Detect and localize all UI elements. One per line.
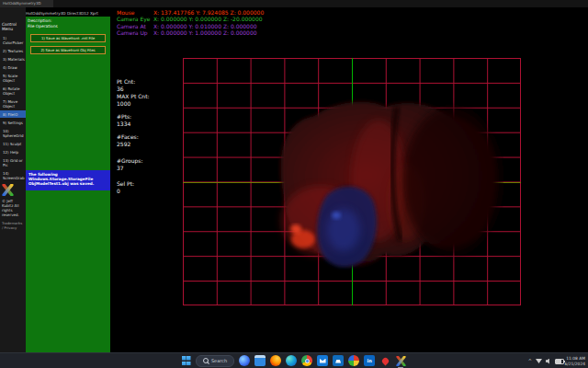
file-explorer-icon[interactable]: [254, 355, 266, 366]
sidebar-item-sculpt[interactable]: 11) Sculpt: [0, 140, 26, 147]
system-tray: ^: [528, 353, 564, 368]
stat-sel-pt-value: 0: [117, 188, 134, 195]
mouse-readout-coords: X: 137.417766 Y: 7.924085 Z: 0.000000: [153, 9, 264, 16]
taskbar-center-group: Search in: [0, 353, 588, 368]
camera-at-label: Camera At: [117, 23, 153, 29]
camera-at-coords: X: 0.000000 Y: 0.010000 Z: 0.000000: [153, 23, 257, 29]
hotoddsymmetry-app-icon[interactable]: [395, 355, 406, 366]
trademarks-privacy-links[interactable]: Trademarks / Privacy: [0, 218, 26, 233]
stat-pts-label: #Pts:: [117, 113, 131, 121]
pin-icon[interactable]: [379, 355, 390, 366]
taskbar-clock[interactable]: 11:08 AM 6/21/2024: [564, 356, 585, 366]
stat-pt-cnt: Pt Cnt: 36: [117, 78, 135, 93]
sidebar-item-materials[interactable]: 3) Materials: [0, 55, 26, 63]
camera-up-coords: X: 0.000000 Y: 1.000000 Z: 0.000000: [153, 29, 257, 36]
stat-pts: #Pts: 1334: [117, 113, 131, 128]
control-menu-rail: Control Menu 1) ColorPicker 2) Textures …: [0, 7, 26, 352]
sidebar-item-move-object[interactable]: 7) Move Object: [0, 98, 26, 109]
description-label: Description:: [26, 17, 110, 23]
stat-sel-pt-label: Sel Pt:: [117, 180, 134, 188]
sidebar-item-scale-object[interactable]: 5) Scale Object: [0, 72, 26, 84]
sidebar-item-textures[interactable]: 2) Textures: [0, 47, 26, 54]
edge-icon[interactable]: [286, 355, 297, 366]
sidebar-item-settings[interactable]: 9) Settings: [0, 119, 26, 126]
clock-date: 6/21/2024: [564, 362, 585, 367]
brand-x-logo-icon: [2, 184, 14, 196]
camera-eye-label: Camera Eye: [117, 16, 153, 22]
store-icon[interactable]: [333, 355, 344, 366]
windows-taskbar: Search in ^ 11:08: [0, 352, 588, 368]
sidebar-item-rotate-object[interactable]: 6) Rotate Object: [0, 85, 26, 97]
camera-up-readout: Camera UpX: 0.000000 Y: 1.000000 Z: 0.00…: [117, 29, 257, 36]
clock-time: 11:08 AM: [564, 356, 585, 362]
mouse-readout: MouseX: 137.417766 Y: 7.924085 Z: 0.0000…: [117, 9, 264, 16]
camera-at-readout: Camera AtX: 0.000000 Y: 0.010000 Z: 0.00…: [117, 23, 257, 29]
sidebar-item-help[interactable]: 12) Help: [0, 148, 26, 155]
stat-pt-cnt-label: Pt Cnt:: [117, 78, 135, 86]
app-x-glyph: [396, 356, 406, 366]
sidebar-item-colorpicker[interactable]: 1) ColorPicker: [0, 34, 26, 46]
mail-icon[interactable]: [317, 355, 328, 366]
copilot-icon[interactable]: [239, 355, 250, 366]
sidebar-item-screengrab[interactable]: 14) ScreenGrab: [0, 169, 26, 181]
stat-max-pt-cnt-value: 1000: [117, 100, 150, 108]
stat-groups: #Groups: 37: [117, 157, 142, 172]
save-obj-button[interactable]: 2) Save as Wavefront Obj Files: [30, 46, 106, 54]
stat-pt-cnt-value: 36: [117, 86, 135, 93]
wifi-icon[interactable]: [536, 359, 542, 363]
file-operations-label: File Operations: [26, 23, 110, 29]
chrome-icon[interactable]: [301, 355, 312, 366]
stat-groups-label: #Groups:: [117, 157, 142, 165]
save-mtl-button[interactable]: 1) Save as Wavefront .mtl File: [30, 34, 106, 42]
stat-sel-pt: Sel Pt: 0: [117, 180, 134, 195]
linkedin-icon[interactable]: in: [364, 355, 375, 366]
sidebar-item-spheregrid[interactable]: 10) SphereGrid: [0, 127, 26, 139]
sidebar-item-fileio[interactable]: 8) FileIO: [0, 110, 26, 118]
sidebar-item-grid-or-pic[interactable]: 13) Grid or Pic: [0, 156, 26, 168]
sidebar-item-draw[interactable]: 4) Draw: [0, 63, 26, 71]
stat-groups-value: 37: [117, 165, 142, 172]
save-notification: The following Windows.Storage.StorageFil…: [26, 170, 110, 190]
stat-faces-label: #Faces:: [117, 133, 139, 141]
stat-pts-value: 1334: [117, 121, 131, 128]
search-label: Search: [211, 358, 227, 363]
model-3d[interactable]: [268, 92, 503, 272]
control-menu-header: Control Menu: [0, 22, 26, 34]
camera-eye-readout: Camera EyeX: 0.000000 Y: 0.000000 Z: -20…: [117, 16, 263, 22]
volume-icon[interactable]: [546, 359, 551, 364]
battery-icon[interactable]: [555, 359, 564, 364]
viewport-3d[interactable]: MouseX: 137.417766 Y: 7.924085 Z: 0.0000…: [110, 7, 588, 352]
stat-max-pt-cnt: MAX Pt Cnt: 1000: [117, 93, 150, 108]
taskbar-search-box[interactable]: Search: [196, 355, 234, 367]
window-title-tab[interactable]: HotOddSymmetry3D: [0, 0, 53, 7]
window-titlebar: HotOddSymmetry3D: [0, 0, 588, 7]
stat-max-pt-cnt-label: MAX Pt Cnt:: [117, 93, 150, 100]
photos-icon[interactable]: [348, 355, 359, 366]
mouse-readout-label: Mouse: [117, 9, 153, 16]
firefox-icon[interactable]: [270, 355, 281, 366]
camera-up-label: Camera Up: [117, 29, 153, 36]
search-icon: [203, 358, 209, 363]
copyright-text: © Jeff Kubitz All rights reserved.: [0, 198, 26, 218]
start-button-icon[interactable]: [182, 356, 191, 365]
screen: HotOddSymmetry3D HotOddSymmetry3D Direct…: [0, 0, 588, 368]
stat-faces-value: 2592: [117, 141, 139, 148]
stat-faces: #Faces: 2592: [117, 133, 139, 148]
camera-eye-coords: X: 0.000000 Y: 0.000000 Z: -20.000000: [153, 16, 263, 22]
hidden-icons-chevron-icon[interactable]: ^: [528, 359, 532, 363]
